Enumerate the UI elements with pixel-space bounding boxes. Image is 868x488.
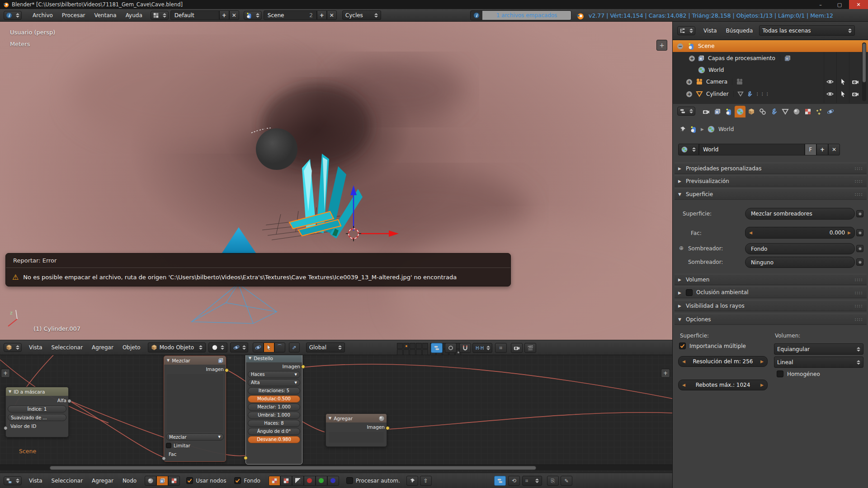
socket-alfa-output[interactable] <box>67 399 71 403</box>
editor-type-selector[interactable] <box>4 343 22 352</box>
auto-render-checkbox[interactable] <box>346 477 353 484</box>
menu-objeto[interactable]: Objeto <box>118 340 145 355</box>
socket-mix-fac-input[interactable] <box>162 456 166 460</box>
outliner-row-camera[interactable]: + Camera <box>673 76 863 88</box>
renderable-icon[interactable] <box>852 78 859 85</box>
snap-mode-dropdown[interactable]: ⌗ <box>522 476 542 486</box>
socket-id-input[interactable] <box>4 426 8 430</box>
tab-physics[interactable] <box>825 106 836 117</box>
shader2-button[interactable]: Ninguno <box>745 257 855 268</box>
map-resolution-slider[interactable]: Resolución del m: 256 <box>678 356 768 367</box>
node-editor[interactable]: ID a máscara Alfa Índice: 1 Suavizado de… <box>0 355 672 473</box>
node-editor-hscrollbar[interactable] <box>0 465 672 470</box>
fac-slider[interactable]: 0.000 <box>745 227 855 239</box>
glare-mix-field[interactable]: Mezclar: 1.000 <box>248 404 300 411</box>
socket-glare-image-input[interactable] <box>244 456 248 460</box>
paste-node-button[interactable]: ✎ <box>561 476 572 486</box>
manipulator-rotate-button[interactable]: ⌒ <box>274 343 285 352</box>
menu-ayuda[interactable]: Ayuda <box>121 9 147 21</box>
selectable-icon[interactable] <box>840 90 847 98</box>
refresh-button[interactable]: ⟲ <box>508 476 520 486</box>
outliner-row-world[interactable]: World <box>673 64 863 76</box>
channel-red-button[interactable] <box>304 476 316 486</box>
scene-selector[interactable] <box>244 11 262 20</box>
proportional-edit-button[interactable] <box>445 343 457 353</box>
delete-layout-button[interactable]: ✕ <box>229 10 239 20</box>
channel-green-button[interactable] <box>316 476 327 486</box>
pivot-dropdown[interactable] <box>230 343 248 352</box>
panel-grip-icon[interactable] <box>854 290 863 296</box>
shader2-link-dot-button[interactable] <box>856 258 863 266</box>
panel-options[interactable]: Opciones <box>675 314 867 325</box>
menu-vista[interactable]: Vista <box>24 340 47 355</box>
volume-interpolation-dropdown[interactable]: Lineal <box>774 357 863 368</box>
outliner-row-cylinder[interactable]: + Cylinder ⋮⋮⋮ <box>673 88 863 100</box>
tree-type-compositing-button[interactable] <box>156 476 168 486</box>
editor-type-selector[interactable] <box>4 11 22 20</box>
tab-render[interactable] <box>701 106 712 117</box>
mask-index-field[interactable]: Índice: 1 <box>8 405 66 413</box>
layout-name-field[interactable]: Default <box>170 10 219 20</box>
tab-material[interactable] <box>791 106 802 117</box>
panel-grip-icon[interactable] <box>854 277 863 282</box>
panel-ambient-occlusion[interactable]: Oclusión ambiental <box>675 286 867 298</box>
ao-checkbox[interactable] <box>686 289 693 296</box>
renderable-icon[interactable] <box>852 90 859 98</box>
menu-seleccionar[interactable]: Seleccionar <box>47 340 87 355</box>
multiple-importance-checkbox[interactable] <box>679 343 686 349</box>
menu-vista[interactable]: Vista <box>24 473 47 488</box>
manipulator-scale-button[interactable]: ⇗ <box>289 343 300 352</box>
snap-target-button[interactable]: ⌗ <box>495 343 507 353</box>
tree-type-texture-button[interactable] <box>168 476 180 486</box>
mix-blendmode-dropdown[interactable]: Mezclar▼ <box>166 433 224 441</box>
fake-user-button[interactable]: F <box>805 144 816 155</box>
panel-grip-icon[interactable] <box>854 178 863 184</box>
packed-files-widget[interactable]: 1 archivos empacados <box>470 10 571 20</box>
glare-type-dropdown[interactable]: Haces▼ <box>248 371 300 378</box>
unlink-button[interactable]: ✕ <box>828 144 840 155</box>
editor-type-selector[interactable] <box>677 26 695 35</box>
selectable-icon[interactable] <box>840 78 847 85</box>
node-editor-expand-right[interactable]: + <box>661 369 670 378</box>
world-name-field[interactable]: World <box>699 144 805 155</box>
tab-data[interactable] <box>780 106 791 117</box>
menu-busqueda[interactable]: Búsqueda <box>722 22 758 39</box>
tree-type-shader-button[interactable] <box>145 476 156 486</box>
mix-preview-icon[interactable] <box>217 357 224 364</box>
tab-constraints[interactable] <box>757 106 768 117</box>
editor-type-selector[interactable] <box>4 476 22 485</box>
panel-custom-properties[interactable]: Propiedades personalizadas <box>675 163 867 174</box>
hide-eye-icon[interactable] <box>826 78 834 85</box>
manipulator-translate-button[interactable] <box>253 343 264 352</box>
screen-layout-selector[interactable] <box>151 11 169 20</box>
hide-eye-icon[interactable] <box>826 90 834 98</box>
tab-render-layers[interactable] <box>712 106 723 117</box>
shader1-button[interactable]: Fondo <box>745 243 855 254</box>
node-id-mask[interactable]: ID a máscara Alfa Índice: 1 Suavizado de… <box>5 387 69 437</box>
glare-streaks-field[interactable]: Haces: 8 <box>248 420 300 427</box>
world-browse-dropdown[interactable] <box>678 144 699 155</box>
pin-icon[interactable] <box>679 126 686 133</box>
node-mix[interactable]: Mezclar Imagen Mezclar▼ Limitar Fac <box>164 356 226 462</box>
menu-nodo[interactable]: Nodo <box>118 473 141 488</box>
glare-iterations-field[interactable]: Iteraciones: 5 <box>248 387 300 394</box>
render-engine-dropdown[interactable]: Cycles <box>342 10 381 20</box>
menu-seleccionar[interactable]: Seleccionar <box>47 473 87 488</box>
menu-agregar[interactable]: Agregar <box>87 340 118 355</box>
menu-agregar[interactable]: Agregar <box>87 473 118 488</box>
glare-angle-field[interactable]: Ángulo de d:0° <box>248 428 300 435</box>
add-user-button[interactable]: + <box>816 144 828 155</box>
close-button[interactable]: ✕ <box>849 0 868 9</box>
tab-modifiers[interactable] <box>769 106 779 117</box>
panel-grip-icon[interactable] <box>854 165 863 171</box>
viewport-add-region-button[interactable]: + <box>656 40 667 51</box>
volume-sampling-dropdown[interactable]: Equiangular <box>774 343 863 355</box>
tab-scene[interactable] <box>723 106 734 117</box>
snap-button[interactable] <box>459 343 471 353</box>
panel-grip-icon[interactable] <box>854 303 863 309</box>
surface-link-dot-button[interactable] <box>856 210 863 217</box>
mode-dropdown[interactable]: Modo Objeto <box>148 343 206 352</box>
shader1-link-dot-button[interactable] <box>856 245 863 252</box>
mix-clamp-checkbox[interactable] <box>166 443 171 448</box>
manipulator-active-button[interactable] <box>264 343 274 352</box>
